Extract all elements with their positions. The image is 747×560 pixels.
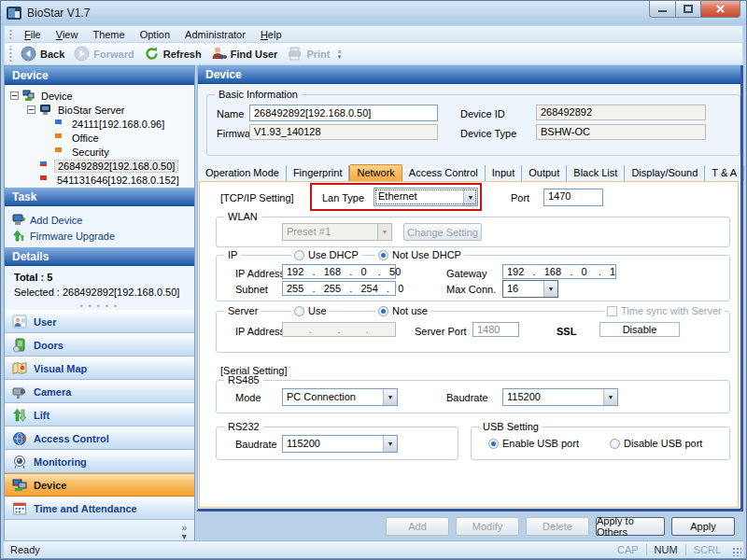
menu-administrator[interactable]: Administrator	[177, 27, 253, 42]
rs485-group: RS485 Mode PC Connection ▼ Baudrate 1152…	[216, 380, 730, 413]
max-conn-select[interactable]: 16 ▼	[502, 280, 558, 298]
rs232-baudrate-label: Baudrate	[235, 439, 277, 450]
tab-fingerprint[interactable]: Fingerprint	[287, 165, 350, 181]
sidebar-item-user[interactable]: User	[5, 310, 194, 333]
tab-t-and-a[interactable]: T & A	[705, 165, 744, 181]
firmware-value: V1.93_140128	[249, 124, 438, 140]
tab-display-sound[interactable]: Display/Sound	[625, 165, 705, 181]
menu-help[interactable]: Help	[253, 27, 289, 42]
server-ip-input[interactable]: . . .	[282, 322, 396, 337]
subnet-input[interactable]: 255 . 255 . 254 . 0	[282, 281, 396, 296]
close-icon	[716, 5, 725, 13]
collapse-icon[interactable]	[10, 91, 19, 100]
maximize-button[interactable]	[676, 1, 701, 18]
apply-button[interactable]: Apply	[671, 517, 735, 536]
rs485-title: RS485	[224, 374, 263, 385]
device-id-label: Device ID	[460, 108, 505, 119]
toolbar-overflow-icon[interactable]: ≡▾	[337, 49, 341, 59]
sidebar-item-lift[interactable]: Lift	[5, 403, 194, 427]
forward-button[interactable]: Forward	[70, 44, 139, 63]
wlan-preset-select[interactable]: Preset #1 ▼	[282, 223, 392, 241]
terminal-icon	[38, 160, 50, 172]
window-title: BioStar V1.7	[27, 7, 90, 20]
change-setting-button[interactable]: Change Setting	[403, 223, 482, 241]
scroll-lock-indicator: SCRL	[686, 544, 728, 555]
chevron-down-icon: ▼	[543, 281, 557, 297]
menu-theme[interactable]: Theme	[85, 27, 132, 42]
sidebar-item-visual-map[interactable]: Visual Map	[5, 357, 194, 380]
tab-input[interactable]: Input	[486, 165, 522, 181]
sidebar-item-device[interactable]: Device	[5, 473, 194, 497]
menu-file[interactable]: File	[17, 27, 49, 42]
tab-black-list[interactable]: Black List	[567, 165, 625, 181]
toolbar-grip	[8, 46, 13, 61]
rs232-baudrate-select[interactable]: 115200 ▼	[282, 435, 398, 453]
device-tree: Device BioStar Server 24111[192.168.0.96…	[5, 85, 194, 188]
tree-item-biostar-server[interactable]: BioStar Server	[5, 103, 194, 117]
chevron-down-icon: ▼	[383, 389, 397, 405]
enable-usb-radio[interactable]: Enable USB port	[488, 438, 579, 449]
sidebar-splitter[interactable]: ▪ ▪ ▪ ▪ ▪	[5, 301, 194, 310]
tab-operation-mode[interactable]: Operation Mode	[199, 165, 287, 181]
server-port-input[interactable]: 1480	[472, 322, 519, 337]
server-use-radio[interactable]: Use	[291, 305, 330, 316]
print-button[interactable]: Print	[283, 44, 335, 63]
add-button[interactable]: Add	[386, 517, 449, 536]
lan-type-select[interactable]: Ethernet ▼	[374, 188, 478, 206]
tree-item-541131646[interactable]: 541131646[192.168.0.152]	[5, 173, 194, 187]
refresh-button[interactable]: Refresh	[140, 44, 207, 63]
rs485-mode-select[interactable]: PC Connection ▼	[282, 388, 398, 406]
details-total: Total : 5	[14, 272, 194, 283]
ip-group: IP Use DHCP Not Use DHCP IP Address 192 …	[216, 255, 730, 301]
tree-item-24111[interactable]: 24111[192.168.0.96]	[5, 117, 194, 131]
gateway-input[interactable]: 192 . 168 . 0 . 1	[502, 264, 616, 279]
close-button[interactable]	[701, 1, 740, 18]
status-bar: Ready CAP NUM SCRL	[4, 540, 743, 558]
use-dhcp-radio[interactable]: Use DHCP	[291, 249, 361, 260]
back-button[interactable]: Back	[17, 44, 70, 63]
apply-to-others-button[interactable]: Apply to Others	[596, 517, 665, 536]
sidebar-item-doors[interactable]: Doors	[5, 333, 194, 357]
delete-button[interactable]: Delete	[526, 517, 589, 536]
disable-usb-radio[interactable]: Disable USB port	[610, 438, 702, 449]
sidebar-item-monitoring[interactable]: Monitoring	[5, 450, 194, 473]
device-id-value: 268492892	[536, 105, 706, 120]
time-sync-checkbox[interactable]: Time sync with Server	[604, 305, 725, 316]
forward-icon	[74, 46, 90, 62]
collapse-icon[interactable]	[27, 105, 35, 114]
sidebar-item-access-control[interactable]: Access Control	[5, 427, 194, 450]
find-user-button[interactable]: Find User	[207, 44, 284, 63]
basic-information-title: Basic Information	[215, 89, 302, 100]
firmware-upgrade-link[interactable]: Firmware Upgrade	[12, 228, 194, 244]
port-input[interactable]: 1470	[543, 189, 603, 206]
resize-grip[interactable]	[732, 547, 741, 556]
tree-item-268492892[interactable]: 268492892[192.168.0.50]	[5, 159, 194, 173]
minimize-button[interactable]	[649, 1, 676, 18]
terminal-icon	[53, 118, 65, 130]
tree-item-office[interactable]: Office	[5, 131, 194, 145]
rs485-baudrate-select[interactable]: 115200 ▼	[502, 388, 618, 406]
sidebar-item-time-attendance[interactable]: Time and Attendance	[5, 497, 194, 520]
toolbar: Back Forward Refresh Find User	[4, 43, 743, 65]
lan-type-label: Lan Type	[322, 192, 364, 203]
tab-access-control[interactable]: Access Control	[402, 165, 486, 181]
sidebar-details-header: Details	[5, 247, 194, 266]
tree-item-device-root[interactable]: Device	[5, 89, 194, 103]
menu-view[interactable]: View	[49, 27, 86, 42]
sidebar-overflow-icon[interactable]: »▾	[181, 524, 187, 540]
refresh-icon	[144, 46, 160, 62]
name-input[interactable]	[249, 105, 438, 121]
sidebar-item-camera[interactable]: Camera	[5, 380, 194, 403]
tree-item-security[interactable]: Security	[5, 145, 194, 159]
sidebar-task-header: Task	[5, 188, 194, 206]
ip-address-input[interactable]: 192 . 168 . 0 . 50	[282, 264, 396, 279]
add-device-link[interactable]: Add Device	[12, 212, 194, 228]
tab-output[interactable]: Output	[522, 165, 567, 181]
not-use-dhcp-radio[interactable]: Not Use DHCP	[375, 249, 464, 260]
wlan-title: WLAN	[224, 211, 261, 222]
gateway-label: Gateway	[446, 268, 486, 279]
menu-option[interactable]: Option	[133, 27, 177, 42]
modify-button[interactable]: Modify	[456, 517, 519, 536]
server-not-use-radio[interactable]: Not use	[375, 305, 430, 316]
tab-network[interactable]: Network	[349, 164, 402, 181]
